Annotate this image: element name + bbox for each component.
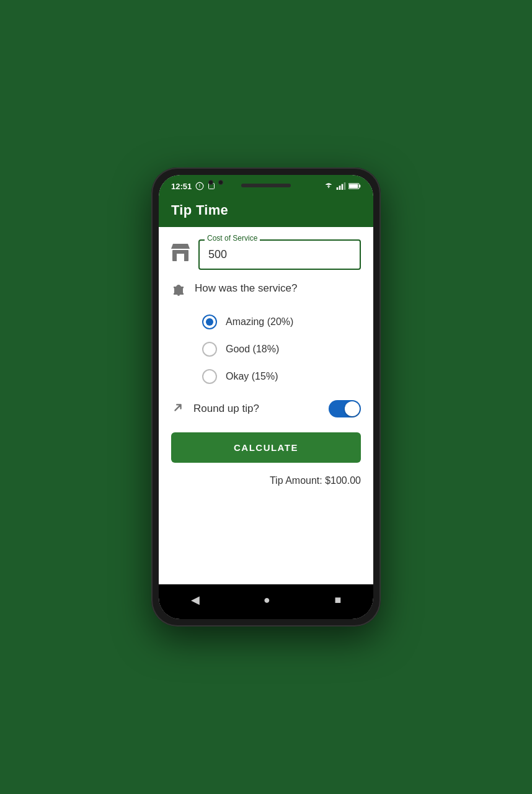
calculate-button[interactable]: CALCULATE [171,432,361,463]
round-up-toggle[interactable] [329,400,361,417]
radio-amazing-dot [206,318,213,326]
radio-amazing[interactable]: Amazing (20%) [202,310,361,334]
radio-okay-label: Okay (15%) [226,371,278,382]
cost-input-row: Cost of Service [171,239,361,270]
speaker [241,184,291,187]
radio-good[interactable]: Good (18%) [202,337,361,362]
round-up-label: Round up tip? [193,403,320,415]
round-up-row: Round up tip? [171,400,361,417]
store-icon [171,244,190,265]
phone-inner: 12:51 ! [159,175,373,619]
service-question-label: How was the service? [195,282,297,295]
service-bell-icon [171,283,186,302]
app-title: Tip Time [171,202,228,218]
phone-device: 12:51 ! [151,167,381,627]
main-content: Cost of Service How was the service? [159,227,373,584]
nav-recent-button[interactable]: ■ [322,591,353,609]
radio-good-circle [202,342,217,357]
radio-amazing-label: Amazing (20%) [226,316,293,328]
speaker-area [159,175,373,192]
cost-input[interactable] [198,239,361,270]
app-bar: Tip Time [159,195,373,227]
radio-amazing-circle [202,314,217,329]
nav-bar: ◀ ● ■ [159,584,373,619]
nav-back-button[interactable]: ◀ [179,591,212,609]
round-up-icon [171,401,185,417]
service-question-row: How was the service? [171,282,361,302]
radio-okay[interactable]: Okay (15%) [202,364,361,389]
screen: 12:51 ! [159,175,373,619]
radio-okay-circle [202,369,217,384]
tip-amount-display: Tip Amount: $100.00 [171,475,361,486]
cost-field-label: Cost of Service [205,234,260,243]
nav-home-button[interactable]: ● [251,591,283,609]
toggle-thumb [345,401,360,416]
cost-of-service-field[interactable]: Cost of Service [198,239,361,270]
radio-good-label: Good (18%) [226,344,279,355]
tip-radio-group: Amazing (20%) Good (18%) Okay (15%) [202,310,361,389]
svg-rect-11 [177,254,184,261]
